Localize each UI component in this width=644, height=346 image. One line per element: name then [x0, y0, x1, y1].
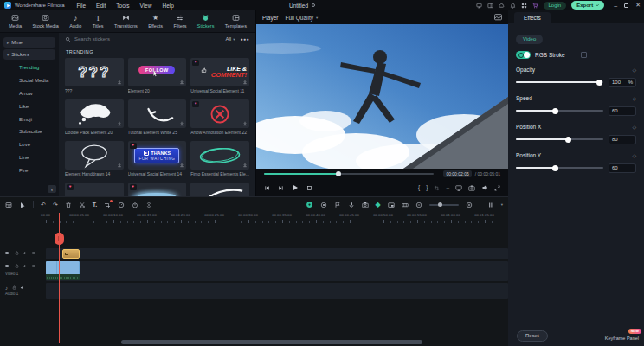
- slider-handle[interactable]: [565, 137, 571, 143]
- keyframe-diamond-icon[interactable]: ◇: [632, 67, 636, 73]
- render-preview-icon[interactable]: [402, 202, 409, 208]
- snapshot-icon[interactable]: [362, 202, 369, 208]
- menu-item[interactable]: Help: [162, 3, 173, 9]
- lock-icon[interactable]: [12, 285, 16, 290]
- favorite-heart-icon[interactable]: ♥: [130, 143, 137, 149]
- quality-dropdown[interactable]: Full Quality▾: [285, 15, 318, 21]
- search-input[interactable]: Search stickers: [74, 36, 222, 42]
- opacity-slider[interactable]: [516, 81, 603, 83]
- sidebar-item[interactable]: Emoji: [0, 112, 59, 125]
- sticker-item[interactable]: ??? ???: [65, 58, 124, 99]
- sticker-thumbnail[interactable]: [128, 99, 187, 128]
- rgb-stroke-checkbox[interactable]: [581, 52, 587, 58]
- previous-frame-button[interactable]: [264, 185, 270, 191]
- sticker-thumbnail[interactable]: ???: [65, 58, 124, 86]
- slider-handle[interactable]: [552, 165, 558, 171]
- sidebar-item[interactable]: Line: [0, 151, 59, 163]
- keyframe-diamond-icon[interactable]: ◇: [632, 96, 636, 101]
- timeline-horizontal-scrollbar[interactable]: [121, 340, 422, 344]
- mark-out-button[interactable]: }: [426, 185, 428, 191]
- sticker-clip[interactable]: [62, 249, 80, 259]
- mute-speaker-icon[interactable]: [23, 251, 27, 255]
- reset-button[interactable]: Reset: [517, 330, 548, 342]
- sticker-thumbnail[interactable]: ▶THANKS FOR WATCHING ♥: [128, 141, 187, 170]
- sticker-item[interactable]: Fimo Essential Elements Ele...: [190, 141, 249, 183]
- display-device-icon[interactable]: [455, 185, 462, 191]
- apps-grid-icon[interactable]: [521, 3, 527, 9]
- speed-icon[interactable]: [118, 202, 125, 208]
- sticker-item[interactable]: ♥: [65, 183, 124, 196]
- sidebar-group-stickers[interactable]: ▾Stickers: [3, 49, 55, 60]
- timeline-ruler[interactable]: 00:0000:00:05:0000:00:10:0000:00:15:0000…: [0, 212, 508, 223]
- sidebar-item[interactable]: Social Media: [0, 74, 59, 87]
- sticker-item[interactable]: Tutorial Element White 25: [128, 99, 187, 141]
- window-minimize-button[interactable]: –: [614, 3, 617, 9]
- keyframe-stack-icon[interactable]: [145, 202, 152, 208]
- sticker-thumbnail[interactable]: ♥: [128, 183, 187, 196]
- crop-icon[interactable]: [104, 202, 111, 208]
- more-options-button[interactable]: ●●●: [240, 36, 249, 42]
- clip-type-pill[interactable]: Video: [516, 35, 543, 44]
- snapshot-camera-icon[interactable]: [468, 185, 475, 191]
- next-frame-button[interactable]: [278, 185, 284, 191]
- window-close-button[interactable]: ✕: [635, 2, 641, 9]
- sidebar-group-mine[interactable]: ▸Mine: [3, 37, 55, 48]
- select-cursor-icon[interactable]: [19, 202, 26, 208]
- download-icon[interactable]: [179, 80, 184, 85]
- keyframe-diamond-icon[interactable]: ◇: [632, 125, 636, 130]
- sidebar-item[interactable]: Like: [0, 99, 59, 112]
- menu-item[interactable]: Edit: [96, 3, 106, 9]
- sticker-item[interactable]: ♥ Arrow Annotation Element 22: [190, 99, 249, 141]
- shopping-cart-icon[interactable]: [532, 3, 538, 9]
- download-icon[interactable]: [242, 80, 248, 85]
- zoom-slider-handle[interactable]: [438, 202, 442, 207]
- microphone-icon[interactable]: [348, 202, 355, 208]
- favorite-heart-icon[interactable]: ♥: [130, 184, 137, 190]
- track-manager-icon[interactable]: [487, 202, 494, 208]
- voiceover-record-icon[interactable]: [306, 201, 313, 208]
- rgb-stroke-toggle[interactable]: [516, 51, 531, 59]
- display-mode-icon[interactable]: [476, 3, 482, 9]
- sticker-thumbnail[interactable]: ♥: [190, 99, 249, 128]
- position-x-slider[interactable]: [516, 138, 603, 140]
- timeline-zoom-slider[interactable]: [429, 204, 459, 206]
- tab-templates[interactable]: Templates: [225, 14, 247, 29]
- sticker-thumbnail[interactable]: [65, 99, 124, 128]
- download-icon[interactable]: [242, 163, 248, 168]
- sidebar-item[interactable]: Love: [0, 138, 59, 151]
- cloud-upload-icon[interactable]: [499, 3, 505, 9]
- stop-button[interactable]: [306, 185, 312, 191]
- tab-audio[interactable]: ♪Audio: [69, 14, 81, 29]
- menu-item[interactable]: Tools: [116, 3, 129, 9]
- fullscreen-icon[interactable]: [494, 185, 500, 191]
- sticker-item[interactable]: Doodle Pack Element 20: [65, 99, 124, 141]
- tab-stickers[interactable]: Stickers: [197, 14, 215, 29]
- download-icon[interactable]: [117, 80, 122, 85]
- volume-icon[interactable]: [481, 184, 488, 191]
- keyframe-diamond-icon[interactable]: ◇: [632, 153, 636, 158]
- sidebar-item[interactable]: Arrow: [0, 87, 59, 100]
- undo-button[interactable]: ↶: [41, 202, 46, 208]
- layout-panels-icon[interactable]: [487, 3, 493, 9]
- current-time[interactable]: 00:00:02:05: [443, 170, 471, 177]
- lock-icon[interactable]: [15, 251, 19, 255]
- split-scissors-icon[interactable]: [79, 202, 86, 208]
- play-button[interactable]: [292, 184, 299, 191]
- sticker-thumbnail[interactable]: LIKE &COMMENT! ♥: [190, 58, 249, 86]
- notification-bell-icon[interactable]: [510, 3, 516, 9]
- sticker-item[interactable]: [190, 183, 249, 196]
- window-maximize-button[interactable]: [624, 3, 628, 8]
- sticker-thumbnail[interactable]: ♥: [65, 183, 124, 196]
- slider-handle[interactable]: [552, 108, 558, 114]
- download-icon[interactable]: [117, 163, 122, 168]
- playback-progress-bar[interactable]: [264, 173, 434, 175]
- export-button[interactable]: Export: [571, 1, 604, 10]
- tab-filters[interactable]: Filters: [173, 14, 186, 29]
- opacity-value-input[interactable]: 100%: [609, 78, 636, 87]
- position-x-value-input[interactable]: 80: [609, 135, 636, 144]
- pip-icon[interactable]: [388, 202, 395, 208]
- menu-item[interactable]: View: [139, 3, 151, 9]
- sidebar-item[interactable]: Subscribe: [0, 125, 59, 138]
- media-pool-icon[interactable]: [5, 202, 12, 208]
- download-icon[interactable]: [179, 121, 184, 126]
